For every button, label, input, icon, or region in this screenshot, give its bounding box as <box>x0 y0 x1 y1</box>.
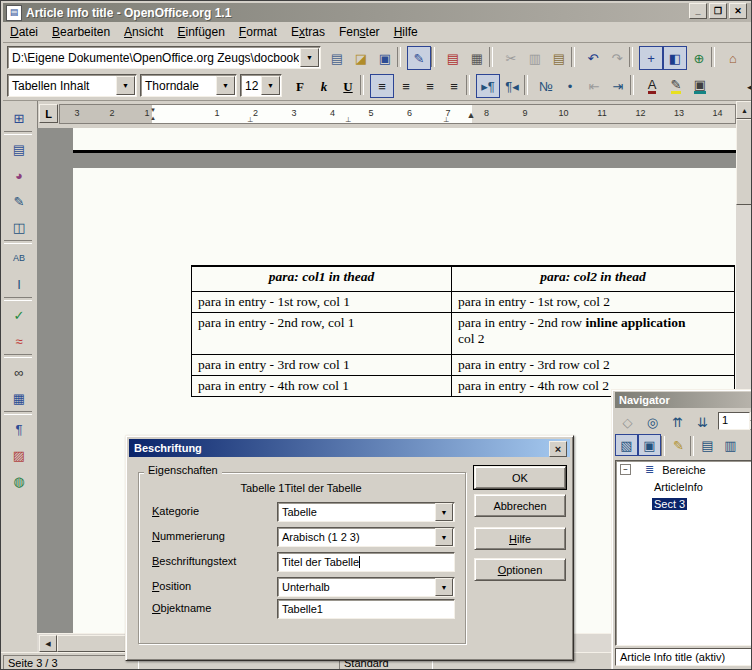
font-name-combobox[interactable]: Thorndale ▼ <box>140 74 237 97</box>
category-combobox[interactable]: Tabelle▼ <box>277 502 455 522</box>
options-button[interactable]: Optionen <box>474 558 566 581</box>
paste-icon[interactable]: ▤ <box>547 46 571 70</box>
header-icon[interactable]: ▤ <box>696 434 719 456</box>
highlight-icon[interactable]: ✎ <box>664 74 688 98</box>
tree-item[interactable]: Sect 3 <box>616 495 752 512</box>
navigation-icon[interactable]: ◎ <box>641 411 664 433</box>
export-pdf-icon[interactable]: ▤ <box>441 46 465 70</box>
numbered-list-icon[interactable]: № <box>534 74 558 98</box>
menu-datei[interactable]: Datei <box>3 23 45 41</box>
draw-functions-icon[interactable]: ✎ <box>6 188 32 214</box>
scroll-up-icon[interactable]: ▲ <box>736 101 752 119</box>
table-row[interactable]: para in entry - 2nd row, col 1para in en… <box>192 313 735 355</box>
table-header-cell[interactable]: para: col1 in thead <box>192 266 452 292</box>
vertical-scrollbar-thumb[interactable] <box>736 119 752 205</box>
autospellcheck-icon[interactable]: ≈ <box>6 328 32 354</box>
new-document-icon[interactable]: ▤ <box>325 46 349 70</box>
url-combobox[interactable]: D:\Eigene Dokumente\OpenOffice.org Zeugs… <box>7 46 321 69</box>
rtl-paragraph-icon[interactable]: ¶◂ <box>500 74 524 98</box>
caption-text-input[interactable]: Titel der Tabelle <box>277 552 455 572</box>
scroll-left-icon[interactable]: ◀ <box>39 635 57 652</box>
ok-button[interactable]: OK <box>474 466 566 489</box>
save-icon[interactable]: ▣ <box>373 46 397 70</box>
print-icon[interactable]: ▦ <box>465 46 489 70</box>
table-header-row[interactable]: para: col1 in theadpara: col2 in thead <box>192 266 735 292</box>
find-icon[interactable]: ∞ <box>6 359 32 385</box>
close-icon[interactable]: × <box>549 441 567 457</box>
align-justify-icon[interactable]: ≡ <box>442 74 466 98</box>
bullet-list-icon[interactable]: • <box>558 74 582 98</box>
ltr-paragraph-icon[interactable]: ▸¶ <box>476 74 500 98</box>
form-functions-icon[interactable]: ◫ <box>6 214 32 240</box>
table-cell[interactable]: para in entry - 2nd row, col 1 <box>192 313 452 355</box>
align-right-icon[interactable]: ≡ <box>418 74 442 98</box>
navigator-icon[interactable]: + <box>639 46 663 70</box>
status-cell-page[interactable]: Seite 3 / 3 <box>3 655 139 670</box>
insert-icon[interactable]: ▤ <box>6 136 32 162</box>
tree-item-label[interactable]: Bereiche <box>660 464 707 476</box>
minimize-button[interactable]: _ <box>689 3 707 19</box>
navigator-title-bar[interactable]: Navigator <box>615 392 752 408</box>
document-table[interactable]: para: col1 in theadpara: col2 in thead p… <box>191 265 735 397</box>
cut-icon[interactable]: ✂ <box>499 46 523 70</box>
menu-bearbeiten[interactable]: Bearbeiten <box>45 23 117 41</box>
font-color-icon[interactable]: A <box>640 74 664 98</box>
document-page-previous[interactable] <box>73 128 736 153</box>
list-box-toggle-icon[interactable]: ▧ <box>615 434 638 456</box>
maximize-button[interactable]: ❐ <box>709 3 727 19</box>
footer-icon[interactable]: ▥ <box>719 434 742 456</box>
align-left-icon[interactable]: ≡ <box>370 74 394 98</box>
more-buttons-icon[interactable]: ◀ <box>740 74 752 98</box>
previous-icon[interactable]: ⇈ <box>666 411 689 433</box>
dialog-title-bar[interactable]: Beschriftung × <box>129 439 570 457</box>
chevron-down-icon[interactable]: ▼ <box>435 578 453 596</box>
bold-icon[interactable]: F <box>288 74 312 98</box>
redo-icon[interactable]: ↷ <box>605 46 629 70</box>
set-reminder-icon[interactable]: ✎ <box>667 434 690 456</box>
cancel-button[interactable]: Abbrechen <box>474 494 566 517</box>
first-line-indent-marker[interactable]: ▾▴ <box>148 106 158 122</box>
help-button[interactable]: Hilfe <box>474 527 566 550</box>
align-center-icon[interactable]: ≡ <box>394 74 418 98</box>
data-sources-icon[interactable]: ▦ <box>6 385 32 411</box>
decrease-indent-icon[interactable]: ⇤ <box>582 74 606 98</box>
graphics-toggle-icon[interactable]: ▨ <box>6 442 32 468</box>
tab-stop-selector[interactable]: L <box>39 104 58 123</box>
table-cell[interactable]: para in entry - 1st row, col 2 <box>452 292 735 313</box>
edit-file-icon[interactable]: ✎ <box>407 46 431 70</box>
table-cell[interactable]: para in entry - 3rd row col 2 <box>452 355 735 376</box>
toggle-icon[interactable]: ◇ <box>616 411 639 433</box>
autotext-icon[interactable]: AB <box>6 245 32 271</box>
gallery-icon[interactable]: ⌂ <box>721 46 745 70</box>
table-cell[interactable]: para in entry - 3rd row col 1 <box>192 355 452 376</box>
active-document-selector[interactable]: Article Info title (aktiv) <box>615 648 752 666</box>
table-cell[interactable]: para in entry - 4th row col 1 <box>192 376 452 397</box>
increase-indent-icon[interactable]: ⇥ <box>606 74 630 98</box>
table-row[interactable]: para in entry - 3rd row col 1para in ent… <box>192 355 735 376</box>
close-button[interactable]: ✕ <box>729 3 747 19</box>
numbering-combobox[interactable]: Arabisch (1 2 3)▼ <box>277 527 455 547</box>
chevron-down-icon[interactable]: ▼ <box>435 503 453 521</box>
menu-fenster[interactable]: Fenster <box>332 23 387 41</box>
chevron-down-icon[interactable]: ▼ <box>435 528 453 546</box>
content-view-icon[interactable]: ▣ <box>638 434 661 456</box>
horizontal-ruler[interactable]: 3211234567891011121314 ▾▴ ▲ ⊥ ⊥ ⊥ <box>59 104 736 124</box>
italic-icon[interactable]: k <box>312 74 336 98</box>
para-background-icon[interactable]: ▣ <box>688 74 712 98</box>
object-name-input[interactable]: Tabelle1 <box>277 599 455 619</box>
chevron-down-icon[interactable]: ▼ <box>300 48 319 67</box>
insert-table-icon[interactable]: ⊞ <box>6 105 32 131</box>
hyperlink-icon[interactable]: ⊕ <box>687 46 711 70</box>
tree-item-label[interactable]: Sect 3 <box>652 498 687 510</box>
right-indent-marker[interactable]: ▲ <box>466 111 476 119</box>
chevron-down-icon[interactable]: ▼ <box>116 76 135 95</box>
open-icon[interactable]: ◪ <box>349 46 373 70</box>
title-bar[interactable]: ▤ Article Info title - OpenOffice.org 1.… <box>3 3 751 22</box>
direct-cursor-icon[interactable]: I <box>6 271 32 297</box>
insert-object-icon[interactable]: ◕ <box>6 162 32 188</box>
menu-ansicht[interactable]: Ansicht <box>117 23 170 41</box>
underline-icon[interactable]: U <box>336 74 360 98</box>
table-row[interactable]: para in entry - 1st row, col 1para in en… <box>192 292 735 313</box>
position-combobox[interactable]: Unterhalb▼ <box>277 577 455 597</box>
chevron-down-icon[interactable]: ▼ <box>261 76 280 95</box>
